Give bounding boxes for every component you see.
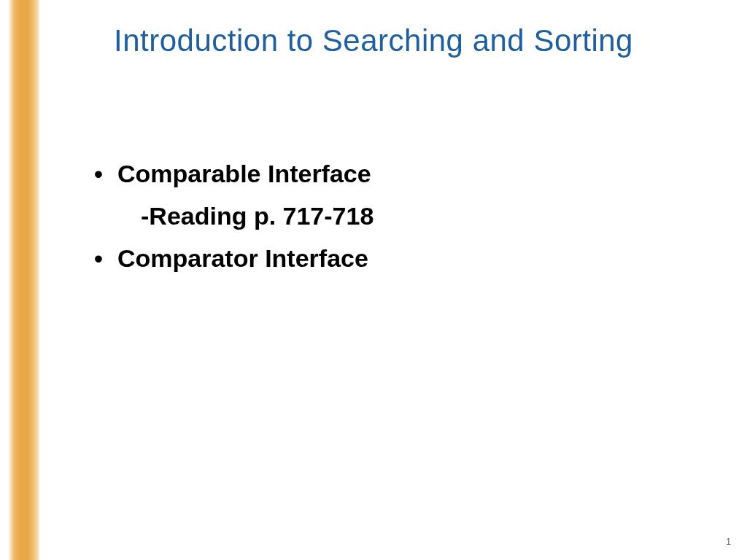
page-number: 1	[726, 537, 731, 547]
bullet-item: Comparator Interface	[91, 238, 703, 280]
bullet-sub-item: -Reading p. 717-718	[91, 195, 703, 238]
bullet-text: Comparable Interface	[117, 160, 371, 187]
bullet-text: Comparator Interface	[117, 244, 368, 272]
bullet-item: Comparable Interface	[91, 153, 703, 195]
slide-title: Introduction to Searching and Sorting	[0, 23, 747, 58]
slide-content: Comparable Interface -Reading p. 717-718…	[91, 153, 703, 279]
side-decoration	[0, 0, 40, 560]
